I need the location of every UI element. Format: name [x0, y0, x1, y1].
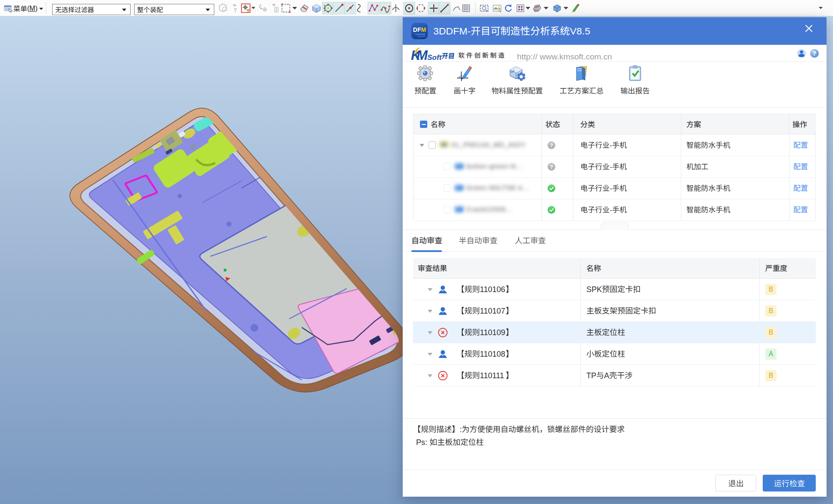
svg-text:Soft: Soft — [427, 53, 442, 61]
svg-text:V8.5: V8.5 — [570, 25, 590, 37]
svg-text:M: M — [416, 48, 428, 61]
svg-text:110106: 110106 — [480, 285, 505, 294]
svg-text:-: - — [610, 141, 612, 149]
svg-text:-: - — [610, 163, 612, 171]
svg-text:110107: 110107 — [480, 307, 505, 315]
svg-text:?: ? — [550, 164, 553, 170]
svg-text:110111: 110111 — [480, 371, 504, 380]
svg-text:TP: TP — [586, 371, 596, 380]
svg-text:110108: 110108 — [480, 350, 505, 358]
svg-text:?: ? — [813, 50, 817, 57]
svg-text:A: A — [604, 371, 609, 380]
svg-text::: : — [460, 425, 462, 434]
svg-text:Ps:: Ps: — [416, 438, 427, 447]
svg-text:110109: 110109 — [480, 328, 505, 337]
svg-text:-: - — [610, 206, 612, 214]
svg-text:3DDFM-: 3DDFM- — [433, 25, 471, 37]
svg-text:?: ? — [550, 143, 553, 149]
svg-text:SPK: SPK — [586, 285, 602, 294]
svg-text:-: - — [610, 184, 612, 193]
